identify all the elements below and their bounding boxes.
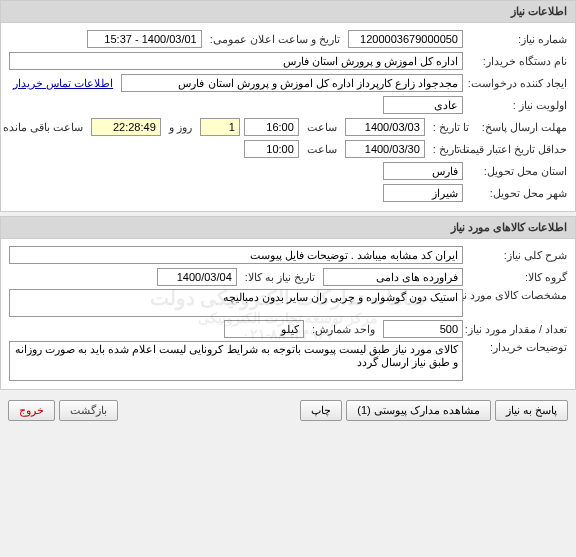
reply-time-field[interactable] xyxy=(244,118,299,136)
spec-label: مشخصات کالای مورد نیاز: xyxy=(467,289,567,302)
province-label: استان محل تحویل: xyxy=(467,165,567,178)
need-info-body: شماره نیاز: تاریخ و ساعت اعلان عمومی: نا… xyxy=(1,23,575,211)
exit-button[interactable]: خروج xyxy=(8,400,55,421)
button-bar: پاسخ به نیاز مشاهده مدارک پیوستی (1) چاپ… xyxy=(0,394,576,427)
need-info-panel: اطلاعات نیاز شماره نیاز: تاریخ و ساعت اع… xyxy=(0,0,576,212)
need-no-label: شماره نیاز: xyxy=(467,33,567,46)
need-info-header: اطلاعات نیاز xyxy=(1,1,575,23)
goods-info-header: اطلاعات کالاهای مورد نیاز xyxy=(1,217,575,239)
unit-field[interactable] xyxy=(224,320,304,338)
desc-label: شرح کلی نیاز: xyxy=(467,249,567,262)
buyer-notes-field[interactable]: کالای مورد نیاز طبق لیست پیوست باتوجه به… xyxy=(9,341,463,381)
back-button[interactable]: بازگشت xyxy=(59,400,118,421)
reply-button[interactable]: پاسخ به نیاز xyxy=(495,400,568,421)
province-field[interactable] xyxy=(383,162,463,180)
days-left-field[interactable] xyxy=(200,118,240,136)
reply-date-field[interactable] xyxy=(345,118,425,136)
validity-date-field[interactable] xyxy=(345,140,425,158)
priority-label: اولویت نیاز : xyxy=(467,99,567,112)
need-no-field[interactable] xyxy=(348,30,463,48)
time-left-label: ساعت باقی مانده xyxy=(0,121,87,134)
time-left-field[interactable] xyxy=(91,118,161,136)
desc-field[interactable] xyxy=(9,246,463,264)
city-field[interactable] xyxy=(383,184,463,202)
contact-link[interactable]: اطلاعات تماس خریدار xyxy=(9,77,117,90)
creator-field[interactable] xyxy=(121,74,463,92)
day-label: روز و xyxy=(165,121,196,134)
validity-label: حداقل تاریخ اعتبار قیمت: xyxy=(477,143,567,156)
qty-label: تعداد / مقدار مورد نیاز: xyxy=(467,323,567,336)
priority-field[interactable] xyxy=(383,96,463,114)
reply-to-date-label: تا تاریخ : xyxy=(429,121,473,134)
need-to-label: تاریخ نیاز به کالا: xyxy=(241,271,319,284)
need-to-field[interactable] xyxy=(157,268,237,286)
group-label: گروه کالا: xyxy=(467,271,567,284)
validity-time-field[interactable] xyxy=(244,140,299,158)
reply-deadline-label: مهلت ارسال پاسخ: xyxy=(477,121,567,134)
print-button[interactable]: چاپ xyxy=(300,400,342,421)
validity-time-label: ساعت xyxy=(303,143,341,156)
unit-label: واحد شمارش: xyxy=(308,323,379,336)
goods-info-body: سامانه تدارکات الکترونیکی دولت مرکز توسع… xyxy=(1,239,575,389)
pub-date-field[interactable] xyxy=(87,30,202,48)
validity-to-label: تا تاریخ : xyxy=(429,143,473,156)
city-label: شهر محل تحویل: xyxy=(467,187,567,200)
qty-field[interactable] xyxy=(383,320,463,338)
buyer-notes-label: توضیحات خریدار: xyxy=(467,341,567,354)
creator-label: ایجاد کننده درخواست: xyxy=(467,77,567,90)
pub-date-label: تاریخ و ساعت اعلان عمومی: xyxy=(206,33,344,46)
buyer-field[interactable] xyxy=(9,52,463,70)
reply-time-label: ساعت xyxy=(303,121,341,134)
buyer-label: نام دستگاه خریدار: xyxy=(467,55,567,68)
group-field[interactable] xyxy=(323,268,463,286)
spec-field[interactable]: استیک دون گوشواره و چربی ران سایر بدون د… xyxy=(9,289,463,317)
goods-info-panel: اطلاعات کالاهای مورد نیاز سامانه تدارکات… xyxy=(0,216,576,390)
attachments-button[interactable]: مشاهده مدارک پیوستی (1) xyxy=(346,400,491,421)
